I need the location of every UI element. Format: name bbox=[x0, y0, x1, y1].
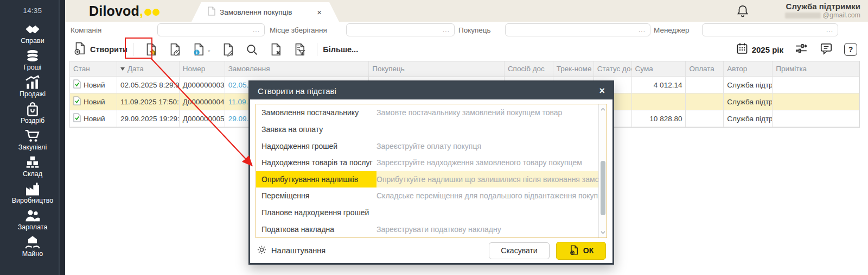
option-payment-request[interactable]: Заявка на оплату bbox=[256, 121, 598, 138]
sidebar-item-rozdrib[interactable]: Роздріб bbox=[4, 100, 61, 127]
scroll-down-icon[interactable] bbox=[599, 229, 607, 236]
sales-chart-icon bbox=[24, 75, 41, 90]
user-account[interactable]: Служба підтримки @gmail.com bbox=[785, 2, 860, 19]
buyer-field[interactable]: ... bbox=[505, 23, 650, 36]
buyer-input[interactable] bbox=[506, 24, 639, 36]
sidebar-item-vyrobnytstvo[interactable]: Виробництво bbox=[4, 180, 61, 207]
dialog-header[interactable]: Створити на підставі × bbox=[250, 82, 612, 99]
buyer-label: Покупець bbox=[458, 26, 491, 34]
sidebar-item-prodazhi[interactable]: Продажі bbox=[4, 73, 61, 100]
calendar-icon bbox=[736, 42, 749, 57]
search-button[interactable] bbox=[240, 42, 264, 57]
column-header-status[interactable]: Статус дос bbox=[594, 61, 632, 76]
company-picker-button[interactable]: ... bbox=[253, 26, 264, 34]
delete-document-button[interactable] bbox=[264, 42, 288, 57]
column-header-date[interactable]: Дата bbox=[117, 61, 180, 76]
manager-picker-button[interactable]: ... bbox=[826, 26, 838, 34]
option-planned-money-receipt[interactable]: Планове надходження грошей bbox=[256, 204, 598, 221]
pallet-icon bbox=[24, 155, 41, 170]
ok-button[interactable]: ОК bbox=[556, 242, 606, 260]
column-header-delivery[interactable]: Спосіб дос bbox=[505, 61, 553, 76]
manager-label: Менеджер bbox=[654, 26, 690, 34]
option-surplus-posting[interactable]: Оприбуткування надлишківОприбуткуйте над… bbox=[256, 171, 598, 188]
create-based-on-button[interactable] bbox=[139, 42, 163, 57]
document-icon bbox=[208, 7, 215, 18]
coins-icon bbox=[24, 48, 41, 63]
people-icon bbox=[24, 208, 41, 223]
column-header-sum[interactable]: Сума bbox=[632, 61, 686, 76]
company-label: Компанія bbox=[71, 26, 101, 34]
column-header-track[interactable]: Трек-номе bbox=[553, 61, 594, 76]
sidebar-item-sklad[interactable]: Склад bbox=[4, 153, 61, 180]
sidebar-item-spravy[interactable]: Справи bbox=[4, 20, 61, 47]
column-header-buyer[interactable]: Покупець bbox=[369, 61, 505, 76]
create-based-on-dialog: Створити на підставі × Замовлення постач… bbox=[248, 80, 614, 265]
dialog-close-icon[interactable]: × bbox=[599, 86, 605, 96]
buyer-picker-button[interactable]: ... bbox=[639, 26, 650, 34]
clock: 14:35 bbox=[0, 0, 65, 15]
option-transfer[interactable]: ПереміщенняСкладське переміщення для под… bbox=[256, 188, 598, 204]
handshake-icon bbox=[24, 22, 41, 36]
column-header-number[interactable]: Номер bbox=[180, 61, 225, 76]
filter-document-button[interactable] bbox=[288, 42, 311, 57]
storage-picker-button[interactable]: ... bbox=[443, 26, 454, 34]
create-document-icon bbox=[73, 41, 87, 58]
tab-close-icon[interactable]: × bbox=[316, 8, 323, 17]
property-icon bbox=[24, 235, 41, 249]
blurred-email-part bbox=[785, 12, 821, 18]
document-info-button[interactable]: ⌄ bbox=[187, 42, 216, 57]
storage-field[interactable]: ... bbox=[346, 23, 455, 36]
option-goods-receipt[interactable]: Надходження товарів та послугЗареєструйт… bbox=[256, 154, 598, 171]
column-header-author[interactable]: Автор bbox=[724, 61, 773, 76]
sidebar-item-zarplata[interactable]: Зарплата bbox=[4, 207, 61, 233]
sidebar: 14:35 Справи Гроші Продажі Роздріб Закуп… bbox=[0, 0, 65, 275]
cancel-button[interactable]: Скасувати bbox=[489, 242, 550, 259]
attach-document-button[interactable] bbox=[163, 42, 187, 57]
user-name: Служба підтримки bbox=[785, 2, 860, 11]
scrollbar-thumb[interactable] bbox=[601, 161, 605, 215]
year-selector[interactable]: 2025 рік bbox=[736, 42, 783, 57]
column-header-payment[interactable]: Оплата bbox=[686, 61, 724, 76]
dialog-footer: Налаштування Скасувати ОК bbox=[250, 238, 612, 263]
filter-row: Компанія ... Місце зберігання ... Покупе… bbox=[65, 22, 868, 38]
comments-icon[interactable] bbox=[819, 41, 833, 58]
tab-orders[interactable]: Замовлення покупців × bbox=[192, 2, 339, 22]
option-supplier-order[interactable]: Замовлення постачальникуЗамовте постачал… bbox=[256, 104, 598, 121]
help-button[interactable]: ? bbox=[844, 43, 857, 56]
settings-button[interactable]: Налаштування bbox=[257, 245, 326, 257]
sidebar-scroll-strip[interactable] bbox=[59, 0, 65, 275]
top-band: Dilovod, Замовлення покупців × Служба пі… bbox=[65, 0, 868, 22]
option-tax-invoice[interactable]: Податкова накладнаЗареєструвати податков… bbox=[256, 221, 598, 238]
doc-check-icon bbox=[73, 113, 81, 124]
toolbar: Створити ⌄ Більше... 2025 рік ? bbox=[65, 38, 868, 61]
toolbar-right: 2025 рік ? bbox=[736, 41, 868, 58]
manager-input[interactable] bbox=[703, 24, 826, 36]
company-field[interactable]: ... bbox=[157, 23, 265, 36]
more-button[interactable]: Більше... bbox=[323, 45, 358, 54]
column-header-order[interactable]: Замовлення bbox=[225, 61, 369, 76]
cart-icon bbox=[24, 128, 41, 143]
year-label: 2025 рік bbox=[752, 45, 783, 54]
company-input[interactable] bbox=[158, 24, 253, 36]
shopping-bag-icon bbox=[24, 102, 41, 116]
view-settings-icon[interactable] bbox=[794, 41, 808, 58]
column-header-note[interactable]: Примітка bbox=[773, 61, 859, 76]
create-document-icon bbox=[569, 245, 579, 257]
factory-icon bbox=[24, 182, 41, 196]
notifications-bell-icon[interactable] bbox=[736, 4, 750, 20]
create-button[interactable]: Створити bbox=[73, 41, 127, 58]
edit-document-button[interactable] bbox=[216, 42, 240, 57]
option-money-receipt[interactable]: Надходження грошейЗареєструйте оплату по… bbox=[256, 138, 598, 154]
dialog-scrollbar[interactable] bbox=[598, 104, 607, 238]
dialog-title: Створити на підставі bbox=[258, 86, 336, 96]
dialog-options-list: Замовлення постачальникуЗамовте постачал… bbox=[256, 104, 607, 238]
sidebar-item-zakupivli[interactable]: Закупівлі bbox=[4, 127, 61, 153]
sidebar-item-hroshi[interactable]: Гроші bbox=[4, 47, 61, 73]
tab-title: Замовлення покупців bbox=[220, 8, 292, 16]
chevron-down-icon: ⌄ bbox=[207, 47, 211, 53]
manager-field[interactable]: ... bbox=[702, 23, 838, 36]
column-header-state[interactable]: Стан bbox=[70, 61, 117, 76]
scroll-up-icon[interactable] bbox=[599, 105, 607, 113]
sidebar-item-maino[interactable]: Майно bbox=[4, 233, 61, 260]
storage-input[interactable] bbox=[347, 24, 443, 36]
